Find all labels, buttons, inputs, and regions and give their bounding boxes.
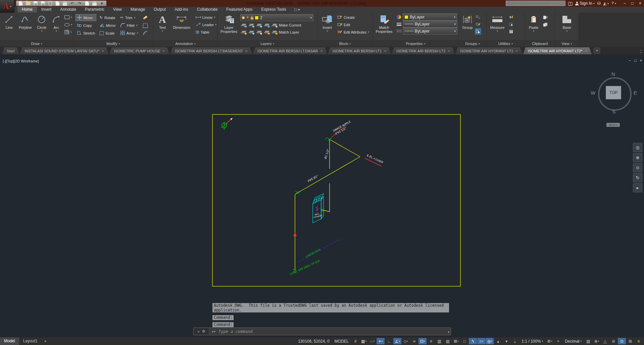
file-tab-start[interactable]: Start bbox=[2, 47, 19, 54]
undo-button[interactable]: ↶ bbox=[69, 1, 76, 6]
file-tab-isometrik-air-bersih-lt2[interactable]: ISOMETRIK AIR BERSIH LT2× bbox=[392, 47, 455, 54]
status-polar-tracking-toggle[interactable]: ∠▾ bbox=[393, 338, 401, 344]
status-object-snap-tracking-toggle[interactable]: ≍ bbox=[410, 338, 418, 344]
ribbon-tab-add-ins[interactable]: Add-ins bbox=[170, 7, 193, 12]
ribbon-tab-annotate[interactable]: Annotate bbox=[56, 7, 81, 12]
stretch-button[interactable]: Stretch bbox=[76, 30, 96, 37]
close-tab-icon[interactable]: × bbox=[320, 49, 322, 53]
status-dynamic-input-toggle[interactable]: ⌖▾ bbox=[377, 338, 385, 344]
new-drawing-tab-button[interactable]: + bbox=[594, 48, 600, 54]
plot-button[interactable] bbox=[62, 1, 68, 6]
sheet-set-manager-button[interactable] bbox=[84, 1, 90, 6]
status-infer-constraints-toggle[interactable]: ∩▾ bbox=[368, 338, 376, 344]
status-lineweight-display-toggle[interactable]: ≡ bbox=[427, 338, 435, 344]
status-annotation-monitor-toggle[interactable]: △ bbox=[601, 338, 609, 344]
panel-label-clipboard[interactable]: Clipboard bbox=[525, 40, 555, 47]
application-menu-button[interactable]: A▾ bbox=[0, 0, 14, 13]
command-close-icon[interactable]: × bbox=[197, 330, 199, 334]
status-space-model[interactable]: MODEL bbox=[332, 339, 351, 344]
text-button[interactable]: A Text ▾ bbox=[156, 12, 169, 40]
fillet-button[interactable]: Fillet▾ bbox=[119, 22, 140, 29]
lineweight-combo[interactable]: ByLayer▾ bbox=[403, 20, 457, 28]
ellipse-button[interactable]: ▾ bbox=[63, 21, 73, 28]
minimize-button[interactable]: − bbox=[624, 1, 626, 6]
ribbon-tab-collaborate[interactable]: Collaborate bbox=[193, 7, 222, 12]
tab-overflow-icon[interactable]: ⌄⌄ bbox=[639, 49, 642, 53]
layer-freeze-icon[interactable] bbox=[257, 23, 262, 27]
new-file-button[interactable] bbox=[17, 1, 24, 6]
ribbon-tab-express-tools[interactable]: Express Tools bbox=[257, 7, 290, 12]
panel-label-modify[interactable]: Modify▾ bbox=[73, 40, 153, 47]
panel-label-annotation[interactable]: Annotation▾ bbox=[153, 40, 217, 47]
status-3d-object-snap-toggle[interactable]: ⊠▾ bbox=[452, 338, 460, 344]
status-quick-properties-toggle[interactable]: ϟ bbox=[469, 338, 477, 344]
save-as-button[interactable] bbox=[40, 1, 46, 6]
command-input[interactable]: Type a command bbox=[218, 329, 252, 334]
close-tab-icon[interactable]: × bbox=[585, 49, 587, 53]
status-graphics-performance-toggle[interactable]: ⊙ bbox=[618, 338, 626, 344]
measure-button[interactable]: Measure ▾ bbox=[488, 12, 507, 40]
quick-calculator-button[interactable] bbox=[508, 28, 515, 35]
polyline-button[interactable]: Polyline bbox=[17, 12, 34, 40]
file-tab-isometrik-air-bersih-lt-dasar[interactable]: ISOMETRIK AIR BERSIH LT.DASAR× bbox=[253, 47, 327, 54]
group-selection-toggle[interactable] bbox=[475, 28, 481, 35]
ribbon-tab-view[interactable]: View bbox=[109, 7, 126, 12]
scale-button[interactable]: Scale bbox=[98, 30, 117, 37]
object-color-combo[interactable]: ByLayer▾ bbox=[403, 13, 457, 20]
app-store-cart-icon[interactable]: ⛁ bbox=[597, 1, 601, 6]
status-annotation-autoscale-toggle[interactable]: ▾ bbox=[502, 338, 510, 344]
close-tab-icon[interactable]: × bbox=[102, 49, 104, 53]
layer-unisolate-icon[interactable] bbox=[249, 30, 254, 34]
layout1-tab[interactable]: Layout1 bbox=[19, 337, 42, 345]
search-input[interactable] bbox=[506, 1, 565, 6]
layer-properties-button[interactable]: LayerProperties bbox=[219, 12, 239, 40]
file-tab-isometrik-air-hydrant-lt2[interactable]: ISOMETRIK AIR HYDRANT LT2*× bbox=[523, 47, 592, 54]
arc-button[interactable]: Arc ▾ bbox=[50, 12, 63, 40]
group-button[interactable]: Group bbox=[460, 12, 475, 40]
linear-dimension-button[interactable]: Linear▾ bbox=[195, 14, 217, 20]
file-tab-instalasi-sound-system-lantai-satu[interactable]: INSTALASI SOUND SYSTEM LANTAI SATU*× bbox=[20, 47, 109, 54]
move-button[interactable]: Move bbox=[76, 14, 96, 21]
batch-plot-button[interactable] bbox=[91, 1, 98, 6]
search-icon[interactable] bbox=[568, 2, 573, 5]
file-tab-isometrik-air-hydrant-lt1[interactable]: ISOMETRIK AIR HYDRANT LT1× bbox=[455, 47, 523, 54]
edit-block-button[interactable]: Edit bbox=[336, 21, 370, 28]
ribbon-tab-parametric[interactable]: Parametric bbox=[81, 7, 109, 12]
status-scale-settings-toggle[interactable]: ⚙▾ bbox=[546, 338, 554, 344]
array-button[interactable]: Array▾ bbox=[119, 30, 140, 37]
layer-select-combo[interactable]: ☀ 2 ▾ bbox=[240, 14, 313, 21]
status-annotation-scale[interactable]: 1:1 / 100%▾ bbox=[519, 339, 545, 344]
status-transparency-toggle[interactable]: ▥ bbox=[435, 338, 443, 344]
restore-button[interactable]: □ bbox=[631, 1, 634, 6]
model-tab[interactable]: Model bbox=[0, 337, 19, 345]
panel-label-groups[interactable]: Groups▾ bbox=[459, 40, 486, 47]
status-ortho-mode-toggle[interactable]: ∟ bbox=[385, 338, 393, 344]
rotate-button[interactable]: ↻ Rotate bbox=[98, 14, 117, 21]
status-workspace-crosshair-toggle[interactable]: + bbox=[554, 338, 562, 344]
status-coordinates[interactable]: 130106, 52024, 0 bbox=[296, 339, 332, 344]
ribbon-tab-manage[interactable]: Manage bbox=[126, 7, 149, 12]
leader-button[interactable]: Leader▾ bbox=[195, 21, 217, 28]
explode-button[interactable] bbox=[142, 22, 149, 29]
ribbon-tab-home[interactable]: Home bbox=[17, 7, 37, 12]
status-gizmo-toggle[interactable]: ◎▾ bbox=[486, 338, 494, 344]
command-customize-icon[interactable]: ⚙ bbox=[202, 329, 205, 334]
linetype-combo[interactable]: ByLayer▾ bbox=[403, 28, 457, 35]
make-current-button[interactable]: Make Current bbox=[272, 23, 301, 27]
close-tab-icon[interactable]: × bbox=[163, 49, 165, 53]
ribbon-tab-insert[interactable]: Insert bbox=[37, 7, 56, 12]
autodesk-a360-icon[interactable]: ◭▾ bbox=[603, 1, 609, 6]
cut-button[interactable] bbox=[542, 14, 549, 20]
customize-qat-button[interactable]: ▾ bbox=[99, 1, 105, 6]
id-point-button[interactable] bbox=[508, 21, 515, 28]
panel-label-view[interactable]: View▾ bbox=[555, 40, 579, 47]
open-file-button[interactable] bbox=[25, 1, 31, 6]
dimension-button[interactable]: Dimension bbox=[171, 12, 193, 40]
line-button[interactable]: Line bbox=[2, 12, 16, 40]
ribbon-tab-output[interactable]: Output bbox=[149, 7, 170, 12]
file-tab-isometrik-air-bersih-lt1[interactable]: ISOMETRIK AIR BERSIH LT1× bbox=[328, 47, 391, 54]
close-tab-icon[interactable]: × bbox=[448, 49, 450, 53]
trim-button[interactable]: ✂ Trim▾ bbox=[119, 14, 140, 21]
erase-button[interactable] bbox=[142, 14, 149, 21]
status-customize-toggle[interactable]: ≡ bbox=[635, 338, 643, 344]
